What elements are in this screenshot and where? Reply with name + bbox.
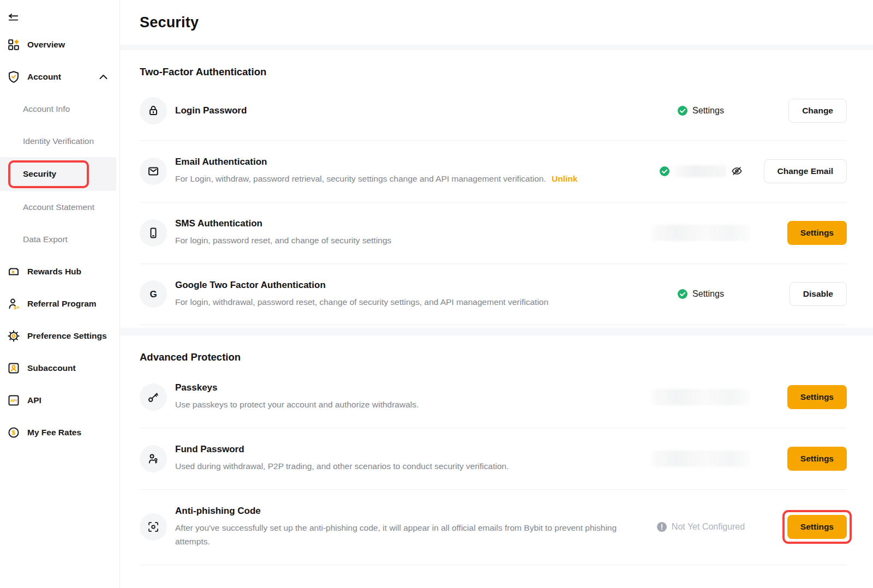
row-title: Login Password	[175, 105, 633, 116]
redacted-passkey-value	[652, 389, 750, 405]
sidebar-item-account-statement[interactable]: Account Statement	[0, 191, 119, 223]
key-icon	[140, 383, 167, 411]
row-title: Anti-phishing Code	[175, 506, 633, 517]
subaccount-icon	[7, 362, 20, 375]
svg-text:G: G	[150, 289, 157, 299]
sms-settings-button[interactable]: Settings	[787, 221, 847, 245]
sidebar-item-overview[interactable]: Overview	[0, 28, 119, 61]
row-google-2fa: G Google Two Factor Authentication For l…	[140, 264, 847, 326]
passkeys-settings-button[interactable]: Settings	[787, 385, 847, 409]
sidebar-item-my-fee-rates[interactable]: $ My Fee Rates	[0, 416, 119, 448]
row-sms-authentication: SMS Authentication For login, password r…	[140, 202, 847, 264]
svg-text:API: API	[10, 398, 17, 402]
redacted-email-value	[674, 165, 726, 177]
ticket-icon	[7, 265, 20, 278]
section-rows-advanced: Passkeys Use passkeys to protect your ac…	[120, 367, 873, 565]
anti-phishing-settings-button[interactable]: Settings	[787, 515, 847, 539]
scan-icon	[140, 513, 167, 541]
unlink-link[interactable]: Unlink	[552, 174, 577, 183]
sidebar-item-api[interactable]: API API	[0, 384, 119, 416]
svg-text:$+: $+	[14, 305, 20, 310]
gear-icon	[7, 329, 20, 343]
status-email	[642, 165, 760, 177]
change-password-button[interactable]: Change	[788, 99, 847, 123]
page-title: Security	[140, 14, 199, 31]
row-fund-password: Fund Password Used during withdrawal, P2…	[140, 428, 847, 490]
row-title: Passkeys	[175, 382, 633, 393]
sidebar-item-label: Rewards Hub	[27, 267, 81, 277]
dollar-circle-icon: $	[7, 426, 20, 439]
status-sms	[642, 225, 760, 241]
collapse-sidebar-button[interactable]	[0, 7, 119, 28]
row-title: Fund Password	[175, 444, 633, 455]
grid-icon	[7, 38, 20, 51]
redacted-phone-value	[652, 225, 750, 241]
sidebar-item-label: API	[27, 395, 41, 405]
status-passkeys	[642, 389, 760, 405]
app-window: Overview Account Account Info Identity V…	[0, 0, 873, 588]
row-title: Email Authentication	[175, 157, 633, 167]
shield-check-icon	[7, 70, 20, 83]
disable-google-2fa-button[interactable]: Disable	[790, 282, 847, 306]
section-rows-2fa: Login Password Settings Change	[120, 81, 873, 325]
api-icon: API	[7, 394, 20, 407]
sidebar-item-label: Referral Program	[27, 299, 97, 309]
sidebar-item-label: Preference Settings	[27, 331, 107, 341]
change-email-button[interactable]: Change Email	[764, 159, 847, 183]
red-annotation-settings: Settings	[782, 510, 852, 544]
phone-icon	[140, 219, 167, 247]
main-content: Security Two-Factor Authentication Login…	[120, 0, 873, 588]
status-badge: Settings	[642, 289, 760, 299]
row-passkeys: Passkeys Use passkeys to protect your ac…	[140, 367, 847, 428]
sidebar-item-preference-settings[interactable]: Preference Settings	[0, 320, 119, 352]
sidebar: Overview Account Account Info Identity V…	[0, 0, 120, 588]
collapse-sidebar-icon	[7, 13, 19, 22]
row-title: Google Two Factor Authentication	[175, 280, 633, 291]
svg-text:$: $	[12, 429, 16, 436]
status-not-configured: Not Yet Configured	[642, 522, 760, 532]
chevron-up-icon	[99, 74, 107, 80]
sidebar-item-security[interactable]: Security	[0, 157, 116, 191]
sidebar-item-label: Overview	[27, 40, 65, 50]
row-anti-phishing-code: Anti-phishing Code After you've successf…	[140, 490, 847, 565]
status-badge: Settings	[642, 106, 760, 116]
section-heading-2fa: Two-Factor Authentication	[120, 50, 873, 81]
google-icon: G	[140, 280, 167, 308]
sidebar-item-identity-verification[interactable]: Identity Verification	[0, 125, 119, 157]
success-check-icon	[660, 166, 669, 176]
mail-icon	[140, 158, 167, 185]
sidebar-item-label: My Fee Rates	[27, 428, 81, 437]
sidebar-item-referral-program[interactable]: $+ Referral Program	[0, 287, 119, 320]
info-icon	[657, 522, 667, 532]
referral-person-icon: $+	[7, 297, 20, 310]
person-key-icon	[140, 445, 167, 472]
eye-off-icon[interactable]	[731, 165, 743, 177]
section-divider-band	[120, 328, 873, 335]
sidebar-item-subaccount[interactable]: Subaccount	[0, 352, 119, 384]
section-divider-band	[120, 45, 873, 50]
red-annotation-security: Security	[8, 160, 89, 188]
redacted-fund-password-value	[652, 451, 750, 467]
sidebar-item-rewards-hub[interactable]: Rewards Hub	[0, 255, 119, 287]
sidebar-item-label: Account	[27, 72, 61, 82]
status-fund-password	[642, 451, 760, 467]
row-login-password: Login Password Settings Change	[140, 81, 847, 141]
sidebar-item-account[interactable]: Account	[0, 61, 119, 93]
success-check-icon	[678, 289, 687, 299]
sidebar-item-account-info[interactable]: Account Info	[0, 93, 119, 125]
section-heading-advanced-protection: Advanced Protection	[120, 335, 873, 367]
row-email-authentication: Email Authentication For Login, withdraw…	[140, 141, 847, 202]
sidebar-item-label: Subaccount	[27, 363, 76, 373]
fund-password-settings-button[interactable]: Settings	[787, 447, 847, 471]
page-header: Security	[120, 0, 873, 45]
sidebar-item-data-export[interactable]: Data Export	[0, 223, 119, 255]
row-title: SMS Authentication	[175, 218, 633, 229]
lock-icon	[140, 97, 167, 124]
success-check-icon	[678, 106, 687, 116]
